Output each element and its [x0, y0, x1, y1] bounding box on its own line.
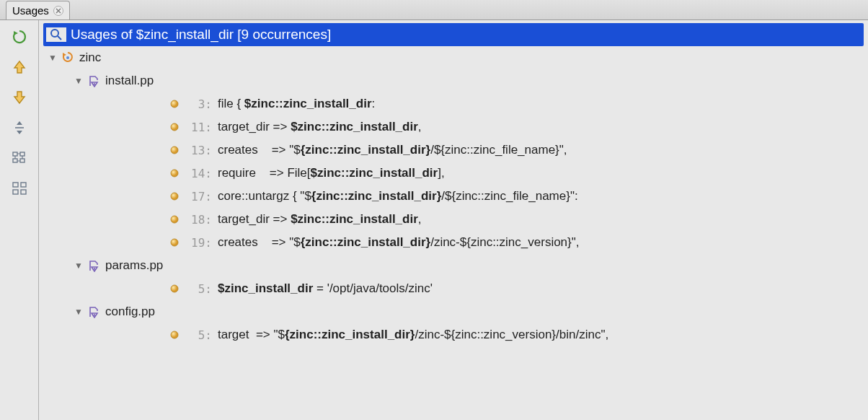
- collapse-all-button[interactable]: [10, 118, 29, 137]
- svg-point-23: [171, 331, 178, 338]
- rerun-button[interactable]: [10, 27, 29, 46]
- usage-row[interactable]: 5:target => "${zinc::zinc_install_dir}/z…: [43, 323, 864, 346]
- svg-point-22: [94, 314, 95, 315]
- chevron-down-icon[interactable]: ▼: [46, 53, 59, 63]
- line-number: 11:: [183, 121, 218, 134]
- file-row[interactable]: ▼install.pp: [43, 69, 864, 92]
- svg-line-10: [58, 36, 61, 40]
- code-snippet: $zinc_install_dir = '/opt/java/tools/zin…: [218, 281, 433, 296]
- code-snippet: core::untargz { "${zinc::zinc_install_di…: [218, 189, 578, 204]
- file-label: install.pp: [102, 74, 154, 88]
- usage-dot-icon: [166, 284, 183, 293]
- search-icon: [46, 27, 66, 42]
- usage-dot-icon: [166, 146, 183, 154]
- svg-point-17: [171, 193, 178, 200]
- usage-dot-icon: [166, 238, 183, 247]
- code-snippet: file { $zinc::zinc_install_dir:: [218, 97, 375, 111]
- module-label: zinc: [76, 51, 101, 65]
- usage-row[interactable]: 13:creates => "${zinc::zinc_install_dir}…: [43, 139, 864, 162]
- close-icon[interactable]: [53, 6, 63, 16]
- tab-bar: Usages: [0, 0, 868, 20]
- file-row[interactable]: ▼config.pp: [43, 300, 864, 323]
- usage-row[interactable]: 17:core::untargz { "${zinc::zinc_install…: [43, 185, 864, 208]
- code-snippet: target_dir => $zinc::zinc_install_dir,: [218, 212, 422, 227]
- svg-point-12: [94, 83, 95, 84]
- usage-row[interactable]: 18:target_dir => $zinc::zinc_install_dir…: [43, 208, 864, 231]
- side-toolbar: [0, 20, 39, 420]
- layout-button[interactable]: [10, 179, 29, 198]
- usage-dot-icon: [166, 123, 183, 131]
- puppet-file-icon: [85, 305, 102, 318]
- next-occurrence-button[interactable]: [10, 88, 29, 107]
- module-row[interactable]: ▼ zinc: [43, 46, 864, 69]
- svg-point-18: [171, 216, 178, 223]
- file-label: config.pp: [102, 305, 155, 319]
- tab-usages[interactable]: Usages: [6, 1, 70, 19]
- line-number: 18:: [183, 213, 218, 227]
- svg-point-16: [171, 170, 178, 177]
- file-row[interactable]: ▼params.pp: [43, 254, 864, 277]
- line-number: 5:: [183, 282, 218, 296]
- header-title: Usages of $zinc_install_dir [9 occurrenc…: [66, 27, 331, 43]
- usage-dot-icon: [166, 169, 183, 178]
- chevron-down-icon[interactable]: ▼: [72, 261, 85, 271]
- usage-row[interactable]: 3:file { $zinc::zinc_install_dir:: [43, 92, 864, 115]
- svg-rect-7: [13, 190, 18, 194]
- svg-rect-1: [13, 152, 17, 156]
- previous-occurrence-button[interactable]: [10, 58, 29, 76]
- svg-point-21: [171, 285, 178, 292]
- tab-label: Usages: [12, 4, 49, 17]
- main: Usages of $zinc_install_dir [9 occurrenc…: [0, 20, 868, 420]
- puppet-file-icon: [85, 259, 102, 272]
- code-snippet: creates => "${zinc::zinc_install_dir}/zi…: [218, 235, 580, 250]
- svg-point-14: [171, 123, 178, 131]
- svg-point-13: [171, 100, 178, 108]
- svg-rect-3: [13, 159, 17, 162]
- puppet-file-icon: [85, 74, 102, 87]
- svg-rect-2: [20, 152, 25, 156]
- usage-row[interactable]: 11:target_dir => $zinc::zinc_install_dir…: [43, 115, 864, 139]
- line-number: 5:: [183, 328, 218, 342]
- module-icon: [59, 51, 76, 64]
- line-number: 19:: [183, 236, 218, 250]
- line-number: 3:: [183, 97, 218, 111]
- usage-row[interactable]: 5:$zinc_install_dir = '/opt/java/tools/z…: [43, 277, 864, 300]
- usage-row[interactable]: 19:creates => "${zinc::zinc_install_dir}…: [43, 231, 864, 254]
- code-snippet: target_dir => $zinc::zinc_install_dir,: [218, 120, 422, 134]
- svg-point-19: [171, 239, 178, 246]
- chevron-down-icon[interactable]: ▼: [72, 307, 85, 317]
- svg-rect-5: [13, 183, 18, 187]
- usage-dot-icon: [166, 100, 183, 108]
- line-number: 13:: [183, 144, 218, 157]
- group-by-button[interactable]: [10, 149, 29, 167]
- usage-dot-icon: [166, 215, 183, 224]
- usages-tree: Usages of $zinc_install_dir [9 occurrenc…: [39, 20, 868, 420]
- code-snippet: creates => "${zinc::zinc_install_dir}/${…: [218, 143, 567, 157]
- svg-rect-8: [21, 190, 26, 194]
- usages-header[interactable]: Usages of $zinc_install_dir [9 occurrenc…: [43, 23, 864, 46]
- usage-row[interactable]: 14:require => File[$zinc::zinc_install_d…: [43, 162, 864, 185]
- chevron-down-icon[interactable]: ▼: [72, 76, 85, 86]
- svg-point-15: [171, 146, 178, 154]
- usage-dot-icon: [166, 331, 183, 339]
- svg-rect-4: [20, 159, 25, 162]
- svg-point-20: [94, 268, 95, 269]
- code-snippet: require => File[$zinc::zinc_install_dir]…: [218, 166, 445, 180]
- svg-rect-6: [21, 183, 26, 187]
- file-label: params.pp: [102, 258, 163, 273]
- line-number: 17:: [183, 190, 218, 204]
- svg-point-11: [66, 56, 69, 59]
- svg-point-9: [51, 30, 58, 37]
- line-number: 14:: [183, 167, 218, 180]
- usage-dot-icon: [166, 192, 183, 201]
- code-snippet: target => "${zinc::zinc_install_dir}/zin…: [218, 328, 608, 342]
